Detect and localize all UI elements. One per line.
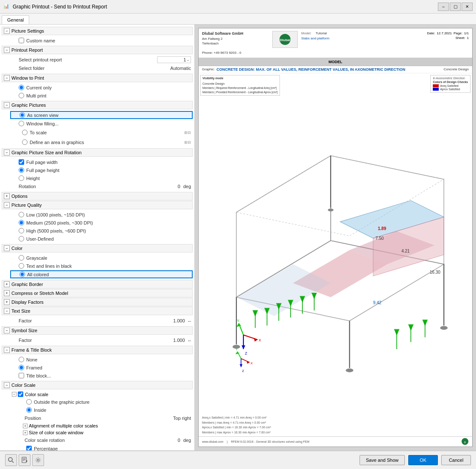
inside-item[interactable]: Inside <box>23 406 193 414</box>
quality-high-radio[interactable] <box>19 228 24 233</box>
color-scale-rotation-label: Color scale rotation <box>25 438 157 443</box>
expand-icon-frame-title-block[interactable]: − <box>4 347 10 353</box>
inside-radio[interactable] <box>26 407 32 413</box>
expand-icon-display-factors[interactable]: + <box>4 299 10 305</box>
to-scale-item[interactable]: To scale <box>22 128 183 136</box>
multi-print-item[interactable]: Multi print <box>10 92 193 100</box>
expand-icon-picture-settings[interactable]: − <box>4 28 10 34</box>
tab-general[interactable]: General <box>2 15 29 24</box>
expand-icon-graphic-border[interactable]: + <box>4 281 10 287</box>
define-area-radio[interactable] <box>22 139 28 145</box>
expand-icon-symbol-size[interactable]: − <box>4 327 10 333</box>
maximize-button[interactable]: ▢ <box>450 3 461 11</box>
quality-medium-item[interactable]: Medium (2500 pixels, ~300 DPI) <box>10 219 193 227</box>
grayscale-item[interactable]: Grayscale <box>10 254 193 262</box>
section-graphic-border: + Graphic Border <box>2 280 193 289</box>
color-scale-sub-expand[interactable]: − <box>12 392 17 397</box>
section-header-graphic-pictures[interactable]: − Graphic Pictures <box>2 101 193 109</box>
expand-icon-color-scale[interactable]: − <box>4 382 10 388</box>
section-header-compress-stretch[interactable]: + Compress or Stretch Model <box>2 289 193 297</box>
search-icon <box>8 457 14 463</box>
percentage-checkbox[interactable] <box>26 446 32 450</box>
custom-name-checkbox[interactable] <box>19 38 24 43</box>
text-lines-black-radio[interactable] <box>19 263 24 269</box>
section-header-color-scale[interactable]: − Color Scale <box>2 381 193 389</box>
select-printout-value[interactable]: 1 - <box>157 56 191 63</box>
expand-icon-printout-report[interactable]: − <box>4 47 10 53</box>
section-compress-stretch: + Compress or Stretch Model <box>2 289 193 297</box>
quality-user-defined-radio[interactable] <box>19 236 24 241</box>
as-screen-view-radio[interactable] <box>19 112 25 118</box>
search-icon-btn[interactable] <box>5 454 17 466</box>
frame-framed-radio[interactable] <box>19 365 24 370</box>
expand-icon-window-to-print[interactable]: − <box>4 75 10 81</box>
expand-icon-text-size[interactable]: − <box>4 308 10 314</box>
full-page-height-radio[interactable] <box>19 167 24 173</box>
section-header-color[interactable]: − Color <box>2 244 193 253</box>
current-only-radio[interactable] <box>19 85 24 90</box>
frame-none-item[interactable]: None <box>10 355 193 364</box>
full-page-width-item[interactable]: Full page width <box>10 158 193 166</box>
cancel-button[interactable]: Cancel <box>441 455 471 465</box>
size-expand[interactable]: + <box>23 430 28 435</box>
quality-medium-radio[interactable] <box>19 220 24 225</box>
quality-low-radio[interactable] <box>19 212 24 217</box>
section-content-window-to-print: Current only Multi print <box>2 83 193 100</box>
text-lines-black-item[interactable]: Text and lines in black <box>10 262 193 270</box>
section-header-symbol-size[interactable]: − Symbol Size <box>2 326 193 335</box>
title-block-item[interactable]: Title block... <box>10 372 193 380</box>
section-header-picture-quality[interactable]: − Picture Quality <box>2 201 193 209</box>
all-colored-item[interactable]: All colored <box>10 270 193 278</box>
expand-icon-options[interactable]: + <box>4 193 10 199</box>
section-header-printout-report[interactable]: − Printout Report <box>2 46 193 54</box>
current-only-item[interactable]: Current only <box>10 83 193 92</box>
expand-icon-compress-stretch[interactable]: + <box>4 290 10 296</box>
full-page-height-item[interactable]: Full page height <box>10 166 193 174</box>
quality-high-item[interactable]: High (5000 pixels, ~600 DPI) <box>10 227 193 235</box>
section-header-window-to-print[interactable]: − Window to Print <box>2 74 193 82</box>
design-label: Concrete Design <box>443 67 469 71</box>
frame-none-radio[interactable] <box>19 357 24 362</box>
section-header-frame-title-block[interactable]: − Frame & Title Block <box>2 346 193 354</box>
expand-icon-color[interactable]: − <box>4 245 10 251</box>
expand-icon-picture-quality[interactable]: − <box>4 202 10 208</box>
color-scale-checkbox[interactable] <box>18 391 23 397</box>
multi-print-radio[interactable] <box>19 93 24 98</box>
report-icon-btn[interactable] <box>19 454 30 466</box>
save-show-button[interactable]: Save and Show <box>360 455 405 465</box>
outside-graphic-radio[interactable] <box>26 399 32 405</box>
grayscale-radio[interactable] <box>19 255 24 261</box>
bottom-note-2: Aprov,x Satisfied | min = 16.30 min Apro… <box>202 425 469 430</box>
as-screen-view-item[interactable]: As screen view <box>10 111 193 119</box>
svg-rect-71 <box>22 457 26 463</box>
title-block-checkbox[interactable] <box>19 373 24 378</box>
quality-user-defined-item[interactable]: User-Defined <box>10 235 193 243</box>
window-filling-radio[interactable] <box>19 121 24 126</box>
ok-button[interactable]: OK <box>408 455 438 465</box>
quality-low-item[interactable]: Low (1000 pixels, ~150 DPI) <box>10 211 193 219</box>
section-header-graphic-border[interactable]: + Graphic Border <box>2 280 193 289</box>
expand-icon-graphic-size-rotation[interactable]: − <box>4 150 10 155</box>
expand-icon-graphic-pictures[interactable]: − <box>4 102 10 108</box>
full-page-width-checkbox[interactable] <box>19 159 24 165</box>
percentage-item[interactable]: Percentage <box>23 444 193 450</box>
height-radio[interactable] <box>19 175 24 181</box>
section-header-options[interactable]: + Options <box>2 192 193 200</box>
alignment-expand[interactable]: + <box>23 424 28 428</box>
minimize-button[interactable]: – <box>438 3 449 11</box>
close-button[interactable]: ✕ <box>462 3 473 11</box>
custom-name-item[interactable]: Custom name <box>10 36 193 44</box>
section-title: MODEL <box>329 60 343 64</box>
section-header-picture-settings[interactable]: − Picture Settings <box>2 27 193 35</box>
outside-graphic-item[interactable]: Outside the graphic picture <box>23 398 193 406</box>
window-filling-item[interactable]: Window filling... <box>10 119 193 128</box>
section-header-graphic-size-rotation[interactable]: − Graphic Picture Size and Rotation <box>2 148 193 157</box>
frame-framed-item[interactable]: Framed <box>10 364 193 372</box>
section-header-display-factors[interactable]: + Display Factors <box>2 298 193 306</box>
section-header-text-size[interactable]: − Text Size <box>2 307 193 315</box>
define-area-item[interactable]: Define an area in graphics <box>22 138 183 146</box>
settings-icon-btn[interactable] <box>32 454 44 466</box>
to-scale-radio[interactable] <box>22 130 28 135</box>
height-item[interactable]: Height <box>10 174 193 182</box>
all-colored-radio[interactable] <box>19 272 25 277</box>
